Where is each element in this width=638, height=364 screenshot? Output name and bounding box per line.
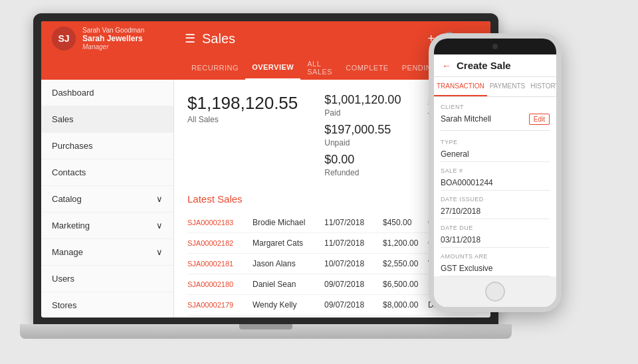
date-issued-label: Date Issued xyxy=(441,196,550,203)
sale-name: Jason Alans xyxy=(253,259,319,268)
app-header: SJ Sarah Van Goodman Sarah Jewellers Man… xyxy=(41,21,490,56)
sidebar-item-purchases[interactable]: Purchases xyxy=(41,133,173,159)
client-field: Client Sarah Mitchell Edit xyxy=(441,104,550,134)
refunded-label: Refunded xyxy=(324,168,401,177)
chevron-down-icon: ∨ xyxy=(156,247,163,257)
subnav-overview[interactable]: OVERVIEW xyxy=(245,56,300,80)
header-left: SJ Sarah Van Goodman Sarah Jewellers Man… xyxy=(52,27,185,50)
paid-label: Paid xyxy=(324,108,401,118)
stat-unpaid: $197,000.55 Unpaid xyxy=(324,123,401,147)
sidebar-item-users[interactable]: Users xyxy=(41,266,173,292)
sidebar-item-dashboard[interactable]: Dashboard xyxy=(41,80,173,106)
date-issued-field: Date Issued 27/10/2018 xyxy=(441,196,550,219)
sale-id: SJA00002181 xyxy=(187,260,247,268)
client-value: Sarah Mitchell xyxy=(441,112,491,126)
stat-refunded: $0.00 Refunded xyxy=(324,153,401,177)
amounts-field: Amounts are GST Exclusive xyxy=(441,253,550,276)
date-due-label: Date Due xyxy=(441,225,550,231)
home-button[interactable] xyxy=(485,282,505,302)
sidebar-item-manage[interactable]: Manage ∨ xyxy=(41,239,173,266)
subnav-all-sales[interactable]: ALL SALES xyxy=(300,56,339,80)
subnav-complete[interactable]: COMPLETE xyxy=(339,56,395,80)
sale-id: SJA00002183 xyxy=(187,219,247,227)
all-sales-label: All Sales xyxy=(187,115,298,124)
phone-content: ← Create Sale TRANSACTION PAYMENTS HISTO… xyxy=(434,54,556,276)
sidebar: Dashboard Sales Purchases Contacts xyxy=(41,80,174,318)
type-value: General xyxy=(441,147,550,162)
user-role: Manager xyxy=(82,43,144,50)
phone-title: Create Sale xyxy=(457,60,511,71)
sale-name: Wendy Kelly xyxy=(253,300,319,310)
paid-value: $1,001,120.00 xyxy=(324,93,401,107)
header-title-area: ☰ Sales xyxy=(185,31,427,46)
sale-name: Brodie Michael xyxy=(253,218,319,227)
user-info: Sarah Van Goodman Sarah Jewellers Manage… xyxy=(82,27,144,50)
date-due-field: Date Due 03/11/2018 xyxy=(441,225,550,248)
scene: SJ Sarah Van Goodman Sarah Jewellers Man… xyxy=(0,0,638,364)
sale-date: 09/07/2018 xyxy=(324,300,377,310)
sale-num-value: BOA00001244 xyxy=(441,175,550,191)
all-sales-value: $1,198,120.55 xyxy=(187,93,298,114)
sale-amount: $8,000.00 xyxy=(383,300,423,310)
sidebar-item-marketing[interactable]: Marketing ∨ xyxy=(41,213,173,239)
page-title: Sales xyxy=(202,31,235,46)
edit-button[interactable]: Edit xyxy=(529,114,550,125)
avatar: SJ xyxy=(52,27,76,50)
unpaid-label: Unpaid xyxy=(324,138,401,147)
tab-transaction[interactable]: TRANSACTION xyxy=(434,77,487,96)
sidebar-item-sales[interactable]: Sales xyxy=(41,106,173,133)
amounts-value: GST Exclusive xyxy=(441,261,550,276)
sale-num-label: Sale # xyxy=(441,167,550,174)
hamburger-icon[interactable]: ☰ xyxy=(185,31,195,46)
sidebar-item-stores[interactable]: Stores xyxy=(41,292,173,318)
back-icon[interactable]: ← xyxy=(442,60,451,71)
phone-notch xyxy=(434,39,556,54)
user-business: Sarah Jewellers xyxy=(82,34,144,43)
subnav-recurring[interactable]: RECURRING xyxy=(185,56,245,80)
sale-date: 11/07/2018 xyxy=(324,238,377,248)
sale-date: 09/07/2018 xyxy=(324,280,377,289)
client-label: Client xyxy=(441,104,550,110)
refunded-value: $0.00 xyxy=(324,153,401,167)
type-label: Type xyxy=(441,139,550,145)
sale-date: 10/07/2018 xyxy=(324,259,377,268)
stat-all-sales: $1,198,120.55 All Sales xyxy=(187,93,298,177)
sidebar-item-contacts[interactable]: Contacts xyxy=(41,159,173,186)
app: SJ Sarah Van Goodman Sarah Jewellers Man… xyxy=(41,21,490,318)
phone: ← Create Sale TRANSACTION PAYMENTS HISTO… xyxy=(429,33,562,312)
app-screen: SJ Sarah Van Goodman Sarah Jewellers Man… xyxy=(41,21,490,318)
phone-camera xyxy=(492,44,498,49)
phone-form: Client Sarah Mitchell Edit Type General … xyxy=(434,97,556,276)
sale-id: SJA00002182 xyxy=(187,239,247,247)
chevron-down-icon: ∨ xyxy=(156,194,163,204)
amounts-label: Amounts are xyxy=(441,253,550,260)
phone-header: ← Create Sale xyxy=(434,54,556,77)
sale-amount: $2,550.00 xyxy=(383,259,423,268)
sale-id: SJA00002179 xyxy=(187,301,247,309)
sale-date: 11/07/2018 xyxy=(324,218,377,227)
date-due-value: 03/11/2018 xyxy=(441,232,550,248)
subnav: RECURRING OVERVIEW ALL SALES COMPLETE PE… xyxy=(41,56,490,80)
main-layout: Dashboard Sales Purchases Contacts xyxy=(41,80,490,318)
user-full-name: Sarah Van Goodman xyxy=(82,27,144,34)
sale-name: Margaret Cats xyxy=(253,238,319,248)
stat-paid: $1,001,120.00 Paid xyxy=(324,93,401,118)
sale-amount: $6,500.00 xyxy=(383,280,423,289)
sale-name: Daniel Sean xyxy=(253,280,319,289)
date-issued-value: 27/10/2018 xyxy=(441,204,550,219)
sidebar-item-catalog[interactable]: Catalog ∨ xyxy=(41,186,173,213)
sale-amount: $1,200.00 xyxy=(383,238,423,248)
sale-id: SJA00002180 xyxy=(187,280,247,288)
sale-amount: $450.00 xyxy=(383,218,423,227)
stat-paid-group: $1,001,120.00 Paid $197,000.55 Unpaid $0… xyxy=(324,93,401,177)
type-field: Type General xyxy=(441,139,550,162)
tab-history[interactable]: HISTORY xyxy=(528,77,556,96)
laptop-base xyxy=(20,324,512,339)
unpaid-value: $197,000.55 xyxy=(324,123,401,137)
sale-num-field: Sale # BOA00001244 xyxy=(441,167,550,191)
phone-home-area xyxy=(434,276,556,307)
phone-tabs: TRANSACTION PAYMENTS HISTORY xyxy=(434,77,556,97)
tab-payments[interactable]: PAYMENTS xyxy=(487,77,528,96)
chevron-down-icon: ∨ xyxy=(156,221,163,230)
